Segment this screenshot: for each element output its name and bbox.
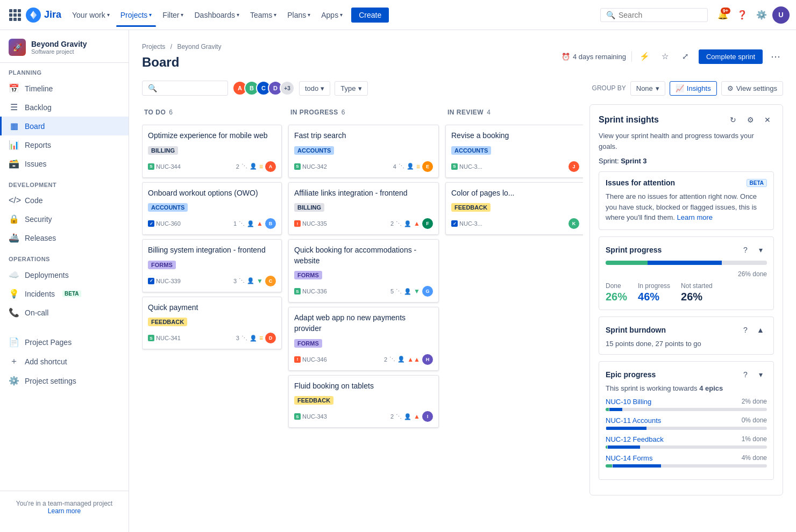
epic-item-accounts: NUC-11 Accounts 0% done	[606, 416, 767, 430]
sprint-insights-panel: Sprint insights ↻ ⚙ ✕ View your sprint h…	[589, 104, 783, 495]
sidebar-item-reports[interactable]: 📊 Reports	[0, 135, 129, 154]
sidebar-item-add-shortcut[interactable]: ＋ Add shortcut	[0, 351, 129, 371]
card-nuc-revise[interactable]: Revise a booking ACCOUNTS S NUC-3... J	[445, 125, 583, 178]
nav-apps[interactable]: Apps ▾	[317, 9, 347, 21]
sidebar-item-issues[interactable]: 🗃️ Issues	[0, 154, 129, 173]
on-call-icon: 📞	[9, 307, 19, 318]
card-nuc-344[interactable]: Optimize experience for mobile web BILLI…	[142, 125, 282, 178]
help-icon[interactable]: ?	[739, 368, 752, 381]
card-nuc-343[interactable]: Fluid booking on tablets FEEDBACK S NUC-…	[288, 375, 439, 428]
card-nuc-341[interactable]: Quick payment FEEDBACK S NUC-341 3 ⋱ 👤 ≡	[142, 297, 282, 350]
sidebar-item-project-pages[interactable]: 📄 Project Pages	[0, 333, 129, 351]
toolbar-right: GROUP BY None ▾ 📈 Insights ⚙ View settin…	[592, 81, 783, 96]
nav-your-work[interactable]: Your work ▾	[68, 9, 114, 21]
search-input[interactable]	[619, 11, 688, 19]
notifications-button[interactable]: 🔔 9+	[714, 6, 731, 24]
epic-filter[interactable]: todo ▾	[299, 81, 330, 96]
apps-grid-button[interactable]	[6, 6, 24, 24]
close-icon[interactable]: ✕	[761, 113, 774, 126]
help-button[interactable]: ❓	[734, 6, 751, 24]
priority-medium-icon: ≡	[416, 163, 420, 170]
clock-icon: ⏰	[562, 53, 570, 61]
breadcrumb-projects[interactable]: Projects	[142, 43, 165, 51]
assignee-avatar: D	[265, 333, 276, 343]
nav-dashboards[interactable]: Dashboards ▾	[190, 9, 244, 21]
nav-filter[interactable]: Filter ▾	[158, 9, 188, 21]
sidebar-item-code[interactable]: </> Code	[0, 191, 129, 210]
releases-icon: 🚢	[9, 233, 19, 243]
chevron-down-icon: ▾	[181, 12, 183, 18]
sidebar-item-on-call[interactable]: 📞 On-call	[0, 303, 129, 322]
subtasks-icon: ⋱	[239, 220, 245, 227]
avatar-filter-more[interactable]: +3	[280, 81, 295, 96]
settings-sliders-icon: ⚙	[727, 84, 734, 92]
view-settings-button[interactable]: ⚙ View settings	[721, 81, 783, 96]
tag-forms: FORMS	[294, 339, 322, 348]
epic-label: todo	[305, 84, 318, 92]
epic-progress-bar-feedback	[606, 445, 767, 449]
help-icon[interactable]: ?	[739, 243, 752, 256]
lightning-button[interactable]: ⚡	[637, 49, 652, 64]
sidebar-item-releases[interactable]: 🚢 Releases	[0, 228, 129, 247]
progress-bar-label: 26% done	[606, 270, 767, 278]
card-nuc-color[interactable]: Color of pages lo... FEEDBACK ✓ NUC-3...…	[445, 182, 583, 235]
epic-link-billing[interactable]: NUC-10 Billing	[606, 398, 651, 406]
type-filter[interactable]: Type ▾	[335, 81, 367, 96]
insights-button[interactable]: 📈 Insights	[670, 81, 717, 96]
sidebar-item-deployments[interactable]: ☁️ Deployments	[0, 265, 129, 284]
bug-icon: !	[294, 356, 301, 363]
chevron-down-icon: ▾	[308, 12, 310, 18]
chevron-down-icon[interactable]: ▾	[754, 368, 767, 381]
epic-link-accounts[interactable]: NUC-11 Accounts	[606, 416, 661, 425]
epic-bar-inprogress	[613, 464, 661, 468]
priority-high-icon: ▲	[257, 220, 263, 227]
nav-teams[interactable]: Teams ▾	[246, 9, 281, 21]
priority-high-icon: ▲	[414, 413, 420, 420]
board-search[interactable]: 🔍	[142, 81, 228, 96]
gear-icon[interactable]: ⚙	[744, 113, 757, 126]
star-button[interactable]: ☆	[658, 49, 673, 64]
jira-logo[interactable]: Jira	[26, 8, 61, 23]
settings-button[interactable]: ⚙️	[753, 6, 770, 24]
refresh-icon[interactable]: ↻	[727, 113, 740, 126]
person-icon: 👤	[404, 220, 411, 227]
card-nuc-360[interactable]: Onboard workout options (OWO) ACCOUNTS ✓…	[142, 182, 282, 235]
sidebar-item-incidents[interactable]: 💡 Incidents BETA	[0, 284, 129, 303]
card-nuc-339[interactable]: Billing system integration - frontend FO…	[142, 239, 282, 292]
nav-plans[interactable]: Plans ▾	[283, 9, 315, 21]
chevron-up-icon[interactable]: ▲	[754, 323, 767, 336]
breadcrumb-project[interactable]: Beyond Gravity	[177, 43, 221, 51]
person-icon: 👤	[250, 335, 257, 342]
learn-more-link[interactable]: Learn more	[677, 213, 713, 221]
group-by-none[interactable]: None ▾	[630, 81, 665, 96]
card-nuc-335[interactable]: Affiliate links integration - frontend B…	[288, 182, 439, 235]
user-avatar[interactable]: U	[772, 6, 790, 24]
epic-link-forms[interactable]: NUC-14 Forms	[606, 454, 652, 462]
epic-bar-done	[606, 445, 607, 449]
create-button[interactable]: Create	[351, 8, 389, 23]
epic-link-feedback[interactable]: NUC-12 Feedback	[606, 435, 664, 443]
epic-bar-inprogress	[608, 445, 640, 449]
sidebar-item-board[interactable]: ▦ Board	[0, 117, 129, 135]
column-inprogress-header: IN PROGRESS 6	[288, 104, 439, 120]
card-nuc-342[interactable]: Fast trip search ACCOUNTS S NUC-342 4 ⋱ …	[288, 125, 439, 178]
task-icon: ✓	[148, 278, 154, 284]
priority-high-icon: ▲	[414, 220, 420, 227]
help-icon[interactable]: ?	[739, 323, 752, 336]
learn-more-link[interactable]: Learn more	[48, 507, 81, 515]
board-search-input[interactable]	[160, 84, 219, 92]
epic-bar-done	[606, 408, 609, 411]
chevron-down-icon[interactable]: ▾	[754, 243, 767, 256]
fullscreen-button[interactable]: ⤢	[678, 49, 693, 64]
sidebar-item-backlog[interactable]: ☰ Backlog	[0, 98, 129, 117]
card-nuc-336[interactable]: Quick booking for accommodations - websi…	[288, 239, 439, 303]
nav-projects[interactable]: Projects ▾	[116, 9, 157, 21]
sidebar-item-project-settings[interactable]: ⚙️ Project settings	[0, 371, 129, 390]
complete-sprint-button[interactable]: Complete sprint	[699, 49, 763, 64]
card-nuc-346[interactable]: Adapt web app no new payments provider F…	[288, 307, 439, 370]
sidebar-item-timeline[interactable]: 📅 Timeline	[0, 79, 129, 98]
more-options-button[interactable]: ⋯	[768, 49, 783, 64]
sidebar-item-security[interactable]: 🔒 Security	[0, 210, 129, 228]
jira-logo-text: Jira	[44, 9, 61, 20]
search-box[interactable]: 🔍	[600, 8, 708, 22]
